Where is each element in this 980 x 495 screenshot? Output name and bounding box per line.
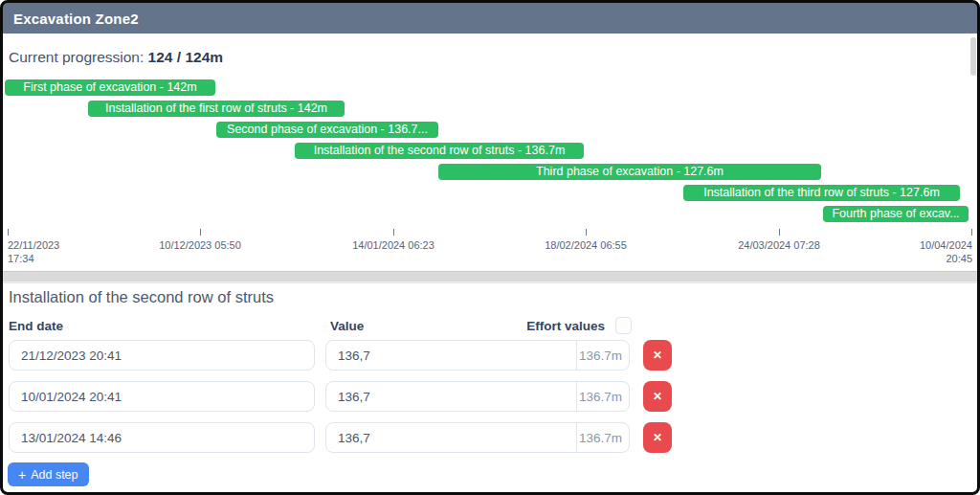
axis-tick-label: 24/03/2024 07:28 [738,238,820,252]
gantt-bar[interactable]: Installation of the third row of struts … [683,185,960,201]
gantt-bar[interactable]: First phase of excavation - 142m [5,79,215,96]
gantt-bar[interactable]: Installation of the second row of struts… [295,143,584,159]
axis-tick-label: 10/04/202420:45 [920,238,972,265]
value-field: 136.7m [325,422,630,453]
axis-tick-label: 14/01/2024 06:23 [352,238,434,252]
add-step-label: Add step [31,468,78,482]
column-header-value: Value [330,319,364,333]
axis-tick-mark [8,229,9,236]
gantt-bar[interactable]: Fourth phase of excav... [823,206,969,222]
value-unit-suffix: 136.7m [576,341,629,370]
gantt-bar[interactable]: Installation of the first row of struts … [88,101,345,117]
axis-tick-label: 18/02/2024 06:55 [545,238,627,252]
add-step-button[interactable]: + Add step [8,462,89,486]
axis-tick-mark [971,229,972,236]
delete-step-button[interactable]: ✕ [643,422,672,453]
value-field: 136.7m [325,381,630,412]
value-input[interactable] [326,382,576,411]
plus-icon: + [18,468,26,482]
step-editor-title: Installation of the second row of struts [9,288,274,306]
value-input[interactable] [326,423,576,452]
section-divider [3,282,977,283]
delete-step-button[interactable]: ✕ [643,340,672,371]
axis-tick-mark [586,229,587,236]
delete-step-button[interactable]: ✕ [643,381,672,412]
column-header-effort-values: Effort values [471,319,605,333]
end-date-input[interactable] [9,422,315,453]
value-field: 136.7m [325,340,630,371]
axis-tick-mark [779,229,780,236]
value-unit-suffix: 136.7m [576,423,629,452]
value-unit-suffix: 136.7m [576,382,629,411]
gantt-timeline: First phase of excavation - 142mInstalla… [0,0,980,278]
gantt-bar[interactable]: Second phase of excavation - 136.7... [216,122,438,138]
gantt-bar[interactable]: Third phase of excavation - 127.6m [438,164,821,180]
axis-tick-label: 22/11/202317:34 [8,238,59,265]
end-date-input[interactable] [9,381,315,412]
effort-values-checkbox[interactable] [615,317,632,334]
horizontal-scrollbar[interactable] [3,271,977,282]
axis-tick-label: 10/12/2023 05:50 [159,238,241,252]
end-date-input[interactable] [9,340,315,371]
axis-tick-mark [393,229,394,236]
value-input[interactable] [326,341,576,370]
axis-tick-mark [200,229,201,236]
column-header-end-date: End date [9,319,63,333]
vertical-scrollbar-thumb[interactable] [970,37,976,76]
